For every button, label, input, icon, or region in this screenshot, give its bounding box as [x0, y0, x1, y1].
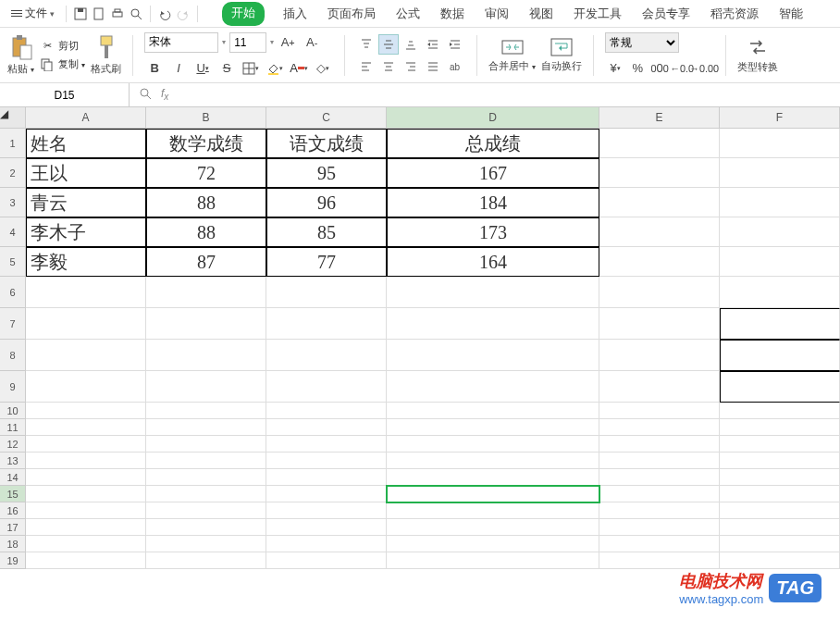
cell-D13[interactable]: [387, 453, 599, 469]
underline-button[interactable]: U ▾: [192, 58, 213, 79]
cell-E11[interactable]: [599, 419, 720, 436]
cell-B15[interactable]: [146, 486, 266, 502]
cell-E17[interactable]: [599, 519, 720, 536]
format-painter-button[interactable]: 格式刷: [91, 34, 121, 76]
cell-F1[interactable]: [720, 129, 840, 158]
tab-公式[interactable]: 公式: [394, 2, 422, 26]
cell-A15[interactable]: [26, 486, 146, 502]
cell-E3[interactable]: [599, 188, 720, 217]
save-icon[interactable]: [72, 6, 89, 22]
merge-center-button[interactable]: 合并居中 ▾: [488, 37, 536, 73]
decrease-font-icon[interactable]: A-: [302, 32, 322, 53]
cell-F18[interactable]: [720, 536, 840, 552]
cell-E5[interactable]: [599, 247, 720, 277]
indent-decrease-icon[interactable]: [423, 34, 443, 55]
strike-button[interactable]: S: [216, 58, 237, 79]
cell-C16[interactable]: [266, 502, 387, 519]
font-color-button[interactable]: A▾: [289, 58, 309, 79]
increase-font-icon[interactable]: A+: [278, 32, 298, 53]
increase-decimal-icon[interactable]: →0.00: [694, 58, 714, 79]
cell-B11[interactable]: [146, 419, 266, 436]
copy-button[interactable]: 复制 ▾: [40, 57, 85, 72]
cell-D16[interactable]: [387, 502, 599, 519]
cell-C13[interactable]: [266, 453, 387, 469]
cell-A1[interactable]: 姓名: [26, 129, 146, 158]
cell-A2[interactable]: 王以: [26, 158, 146, 188]
fill-color-button[interactable]: ▾: [265, 58, 285, 79]
cell-E13[interactable]: [599, 453, 720, 469]
cell-C15[interactable]: [266, 486, 387, 502]
cell-A6[interactable]: [26, 277, 146, 308]
cell-F13[interactable]: [720, 453, 840, 469]
cell-C18[interactable]: [266, 536, 387, 552]
column-header-B[interactable]: B: [146, 107, 266, 128]
cell-E16[interactable]: [599, 502, 720, 519]
column-header-E[interactable]: E: [599, 107, 720, 128]
select-all-corner[interactable]: ◢: [0, 107, 26, 128]
cell-A10[interactable]: [26, 403, 146, 419]
row-header-11[interactable]: 11: [0, 419, 26, 436]
cell-B19[interactable]: [146, 552, 266, 569]
redo-icon[interactable]: [175, 6, 191, 22]
cell-A5[interactable]: 李毅: [26, 247, 146, 277]
tab-智能[interactable]: 智能: [777, 2, 805, 26]
new-icon[interactable]: [91, 6, 107, 22]
formula-input[interactable]: [178, 89, 831, 102]
cell-B7[interactable]: [146, 308, 266, 340]
cell-E4[interactable]: [599, 217, 720, 247]
cell-F7[interactable]: [720, 308, 840, 340]
tab-视图[interactable]: 视图: [527, 2, 555, 26]
undo-icon[interactable]: [156, 6, 173, 22]
cell-D19[interactable]: [387, 552, 599, 569]
cell-C1[interactable]: 语文成绩: [266, 129, 387, 158]
cell-D7[interactable]: [387, 308, 599, 340]
print-icon[interactable]: [109, 6, 126, 22]
cell-D3[interactable]: 184: [387, 188, 599, 217]
font-name-select[interactable]: [144, 32, 218, 53]
cell-D14[interactable]: [387, 469, 599, 486]
tab-会员专享[interactable]: 会员专享: [640, 2, 692, 26]
row-header-13[interactable]: 13: [0, 453, 26, 469]
row-header-1[interactable]: 1: [0, 129, 26, 158]
cell-F9[interactable]: [720, 371, 840, 403]
cell-D5[interactable]: 164: [387, 247, 599, 277]
cell-F12[interactable]: [720, 436, 840, 453]
fx-icon[interactable]: fx: [161, 87, 168, 102]
row-header-8[interactable]: 8: [0, 340, 26, 371]
tab-审阅[interactable]: 审阅: [483, 2, 511, 26]
cell-F11[interactable]: [720, 419, 840, 436]
cell-F6[interactable]: [720, 277, 840, 308]
cell-F3[interactable]: [720, 188, 840, 217]
cell-A12[interactable]: [26, 436, 146, 453]
cell-E2[interactable]: [599, 158, 720, 188]
column-header-F[interactable]: F: [720, 107, 840, 128]
cell-B5[interactable]: 87: [146, 247, 266, 277]
cell-D17[interactable]: [387, 519, 599, 536]
cell-F16[interactable]: [720, 502, 840, 519]
row-header-19[interactable]: 19: [0, 552, 26, 569]
cell-A8[interactable]: [26, 340, 146, 371]
cell-D4[interactable]: 173: [387, 217, 599, 247]
clear-format-button[interactable]: ◇▾: [313, 58, 333, 79]
cell-F2[interactable]: [720, 158, 840, 188]
cell-E7[interactable]: [599, 308, 720, 340]
column-header-C[interactable]: C: [266, 107, 387, 128]
cell-D10[interactable]: [387, 403, 599, 419]
cell-B3[interactable]: 88: [146, 188, 266, 217]
row-header-14[interactable]: 14: [0, 469, 26, 486]
border-button[interactable]: ▾: [241, 58, 261, 79]
cell-B8[interactable]: [146, 340, 266, 371]
number-format-select[interactable]: 常规: [605, 32, 679, 53]
cell-B4[interactable]: 88: [146, 217, 266, 247]
cell-B12[interactable]: [146, 436, 266, 453]
cell-B17[interactable]: [146, 519, 266, 536]
cell-F4[interactable]: [720, 217, 840, 247]
cell-E10[interactable]: [599, 403, 720, 419]
font-size-select[interactable]: [229, 32, 266, 53]
italic-button[interactable]: I: [168, 58, 189, 79]
cell-E9[interactable]: [599, 371, 720, 403]
tab-数据[interactable]: 数据: [439, 2, 466, 26]
cell-A13[interactable]: [26, 453, 146, 469]
cell-D18[interactable]: [387, 536, 599, 552]
row-header-9[interactable]: 9: [0, 371, 26, 403]
